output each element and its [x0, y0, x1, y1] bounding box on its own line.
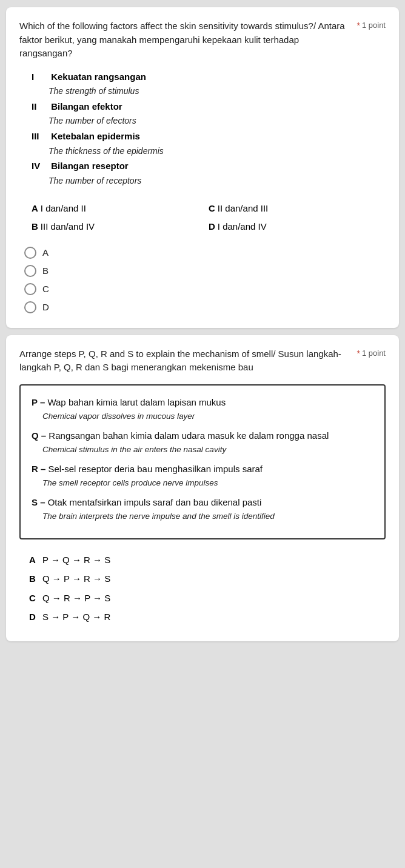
smell-steps-box: P – Wap bahan kimia larut dalam lapisan …: [19, 384, 386, 539]
answer-letter: B: [32, 218, 38, 236]
answer-sequence-list: A P → Q → R → S B Q → P → R → S C Q → R …: [29, 550, 386, 627]
item-english: The strength of stimulus: [49, 84, 386, 99]
radio-circle[interactable]: [24, 247, 36, 259]
ans-letter: B: [29, 569, 39, 589]
ans-letter: C: [29, 589, 39, 608]
answer-letter: D: [209, 218, 215, 236]
roman-numeral: I: [32, 69, 49, 85]
radio-option-a[interactable]: A: [24, 247, 386, 259]
ans-row-d: D S → P → Q → R: [29, 607, 386, 627]
list-item: I Kekuatan rangsangan The strength of st…: [32, 69, 386, 99]
answer-text: I dan/and II: [41, 199, 86, 218]
answer-choices-grid: A I dan/and II C II dan/and III B III da…: [32, 199, 386, 236]
list-item: II Bilangan efektor The number of efecto…: [32, 99, 386, 129]
radio-option-d[interactable]: D: [24, 301, 386, 313]
step-q-text: Q – Rangsangan bahan kimia dalam udara m…: [32, 430, 329, 441]
step-s-text: S – Otak mentafsirkan impuls saraf dan b…: [32, 497, 261, 507]
step-s-english: The brain interprets the nerve impulse a…: [42, 510, 373, 523]
answer-letter: A: [32, 199, 38, 218]
ans-row-b: B Q → P → R → S: [29, 569, 386, 589]
ans-sequence: S → P → Q → R: [42, 607, 110, 627]
question-1-card: Which of the following factors affect th…: [6, 7, 399, 328]
question-1-points: * 1 point: [357, 19, 386, 30]
step-q-english: Chemical stimulus in the air enters the …: [42, 443, 373, 456]
list-item: III Ketebalan epidermis The thickness of…: [32, 129, 386, 158]
ans-row-a: A P → Q → R → S: [29, 550, 386, 570]
ans-letter: D: [29, 607, 39, 627]
points-label: 1 point: [362, 21, 386, 30]
roman-numeral: III: [32, 129, 49, 144]
radio-label: C: [42, 284, 49, 294]
answer-a: A I dan/and II: [32, 199, 209, 218]
required-asterisk: *: [357, 21, 360, 30]
answer-letter: C: [209, 199, 215, 218]
ans-row-c: C Q → R → P → S: [29, 589, 386, 608]
step-r-text: R – Sel-sel reseptor deria bau menghasil…: [32, 464, 263, 474]
item-english: The number of receptors: [49, 174, 386, 189]
roman-items-list: I Kekuatan rangsangan The strength of st…: [32, 69, 386, 189]
step-p: P – Wap bahan kimia larut dalam lapisan …: [32, 395, 373, 424]
item-malay: Bilangan reseptor: [51, 161, 129, 171]
item-english: The number of efectors: [49, 114, 386, 129]
ans-sequence: Q → P → R → S: [42, 569, 110, 589]
radio-label: B: [42, 265, 49, 276]
ans-sequence: P → Q → R → S: [42, 550, 110, 570]
question-2-header: Arrange steps P, Q, R and S to explain t…: [19, 347, 386, 375]
required-asterisk: *: [357, 349, 360, 358]
radio-group-q1: A B C D: [24, 247, 386, 313]
radio-option-b[interactable]: B: [24, 265, 386, 277]
ans-letter: A: [29, 550, 39, 570]
radio-option-c[interactable]: C: [24, 283, 386, 295]
step-p-english: Chemical vapor dissolves in mucous layer: [42, 410, 373, 423]
radio-circle[interactable]: [24, 301, 36, 313]
radio-label: A: [42, 247, 49, 258]
roman-numeral: II: [32, 99, 49, 115]
answer-text: I dan/and IV: [218, 218, 267, 236]
answer-b: B III dan/and IV: [32, 218, 209, 236]
item-english: The thickness of the epidermis: [49, 144, 386, 159]
list-item: IV Bilangan reseptor The number of recep…: [32, 158, 386, 188]
question-2-text: Arrange steps P, Q, R and S to explain t…: [19, 347, 357, 375]
answer-d: D I dan/and IV: [209, 218, 386, 236]
points-label: 1 point: [362, 349, 386, 358]
answer-text: II dan/and III: [218, 199, 268, 218]
question-1-text: Which of the following factors affect th…: [19, 19, 357, 61]
step-s: S – Otak mentafsirkan impuls saraf dan b…: [32, 495, 373, 524]
ans-sequence: Q → R → P → S: [42, 589, 110, 608]
question-1-header: Which of the following factors affect th…: [19, 19, 386, 61]
item-malay: Kekuatan rangsangan: [51, 72, 146, 82]
step-r: R – Sel-sel reseptor deria bau menghasil…: [32, 462, 373, 490]
roman-numeral: IV: [32, 158, 49, 174]
step-q: Q – Rangsangan bahan kimia dalam udara m…: [32, 429, 373, 457]
radio-circle[interactable]: [24, 265, 36, 277]
question-2-points: * 1 point: [357, 347, 386, 358]
radio-circle[interactable]: [24, 283, 36, 295]
item-malay: Bilangan efektor: [51, 101, 122, 112]
step-r-english: The smell receptor cells produce nerve i…: [42, 476, 373, 490]
answer-text: III dan/and IV: [41, 218, 95, 236]
radio-label: D: [42, 302, 49, 312]
step-p-text: P – Wap bahan kimia larut dalam lapisan …: [32, 397, 226, 407]
question-2-card: Arrange steps P, Q, R and S to explain t…: [6, 335, 399, 641]
item-malay: Ketebalan epidermis: [51, 131, 140, 141]
answer-c: C II dan/and III: [209, 199, 386, 218]
